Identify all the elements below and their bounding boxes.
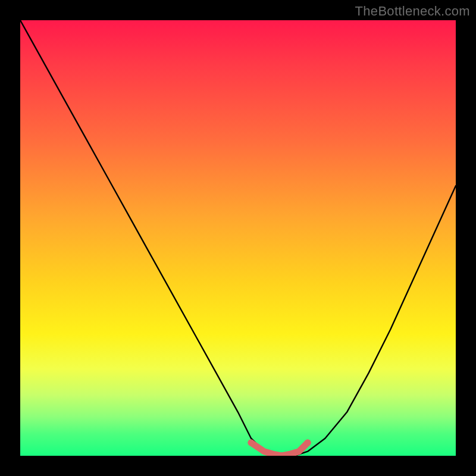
optimal-band-dot-right	[305, 440, 311, 446]
optimal-band	[251, 443, 308, 456]
bottleneck-curve	[20, 20, 456, 456]
optimal-band-dot-left	[248, 440, 255, 446]
plot-area	[20, 20, 456, 456]
watermark-text: TheBottleneck.com	[355, 4, 470, 19]
curve-svg	[20, 20, 456, 456]
chart-frame: TheBottleneck.com	[0, 0, 476, 476]
